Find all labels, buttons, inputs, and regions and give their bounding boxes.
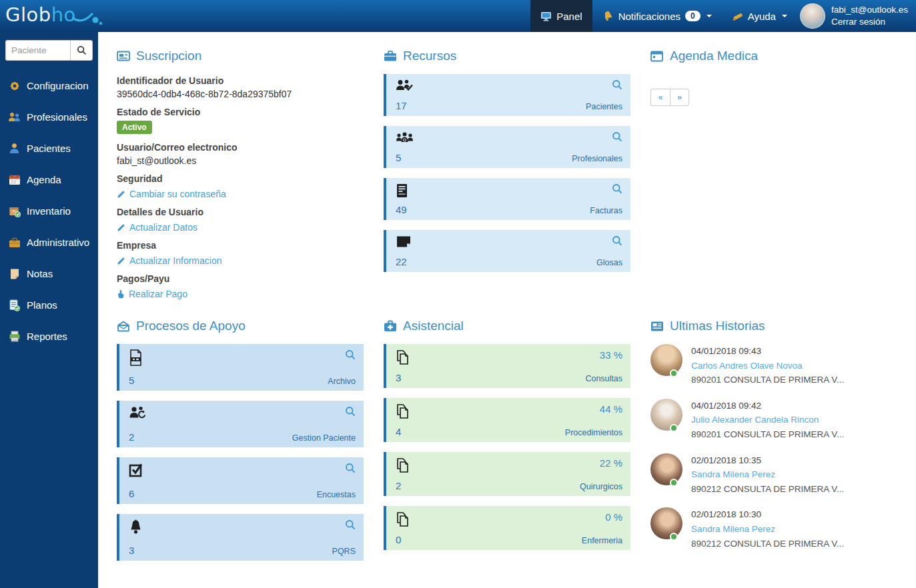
copy-documents-icon <box>396 511 410 527</box>
support-card-archivo[interactable]: 5 Archivo <box>117 344 364 391</box>
change-password-link[interactable]: Cambiar su contraseña <box>117 187 364 201</box>
email-value: fabi_st@outlook.es <box>117 154 364 167</box>
section-title: Procesos de Apoyo <box>136 319 246 333</box>
magnifier-icon[interactable] <box>345 406 356 417</box>
sidebar-item-pacientes[interactable]: Pacientes <box>0 133 98 164</box>
nav-help-label: Ayuda <box>748 11 776 22</box>
search-button[interactable] <box>70 40 93 61</box>
resource-card-glosas[interactable]: 22 Glosas <box>384 230 630 272</box>
card-value: 0 <box>396 534 410 545</box>
person-refresh-icon <box>129 406 147 421</box>
magnifier-icon[interactable] <box>345 349 356 360</box>
envelope-header-icon <box>117 319 130 333</box>
plans-document-icon <box>8 299 21 311</box>
section-agenda-medica: Agenda Medica « » <box>650 49 897 303</box>
patients-check-icon <box>396 79 414 93</box>
gear-icon <box>8 79 21 92</box>
nav-notifications[interactable]: Notificaciones 0 <box>592 0 722 32</box>
section-title: Agenda Medica <box>670 49 758 63</box>
care-card-enfermeria[interactable]: 0 0 % Enfermeria <box>384 506 630 550</box>
magnifier-icon[interactable] <box>612 131 622 142</box>
agenda-next-button[interactable]: » <box>670 89 689 106</box>
make-payment-link[interactable]: Realizar Pago <box>117 287 364 301</box>
main-content: Suscripcion Identificador de Usuario 395… <box>98 32 916 588</box>
support-card-pqrs[interactable]: 3 PQRS <box>117 514 364 561</box>
sidebar-item-administrativo[interactable]: Administrativo <box>0 227 98 258</box>
sidebar-item-profesionales[interactable]: Profesionales <box>0 101 98 133</box>
security-label: Seguridad <box>117 172 364 185</box>
sidebar-item-label: Pacientes <box>27 143 71 154</box>
user-id-value: 39560dc4-0db4-468c-8b72-8da29375bf07 <box>117 87 364 101</box>
sidebar-menu: Configuracion Profesionales Pacientes <box>0 70 98 352</box>
resource-card-pacientes[interactable]: 17 Pacientes <box>384 74 630 116</box>
update-data-link[interactable]: Actualizar Datos <box>117 221 364 234</box>
history-item: 04/01/2018 09:43 Carlos Andres Olave Nov… <box>650 344 897 387</box>
chevron-down-icon <box>782 15 787 17</box>
agenda-prev-button[interactable]: « <box>650 89 670 106</box>
magnifier-icon[interactable] <box>345 519 356 530</box>
care-card-procedimientos[interactable]: 4 44 % Procedimientos <box>384 398 630 442</box>
magnifier-icon[interactable] <box>345 463 356 473</box>
payments-label: Pagos/Payu <box>117 272 364 285</box>
support-card-encuestas[interactable]: 6 Encuestas <box>117 457 364 504</box>
nav-panel[interactable]: Panel <box>530 0 592 32</box>
sidebar-item-label: Agenda <box>27 174 61 185</box>
card-label: Quirurgicos <box>580 482 622 491</box>
pencil-icon <box>117 190 125 199</box>
resource-card-facturas[interactable]: 49 Facturas <box>384 178 630 220</box>
history-code: 890201 CONSULTA DE PRIMERA V... <box>691 427 844 442</box>
sidebar-item-planos[interactable]: Planos <box>0 289 98 321</box>
top-navbar: Globho Panel Notificaciones 0 <box>0 0 916 32</box>
patient-avatar[interactable] <box>650 507 682 539</box>
sidebar-item-inventario[interactable]: Inventario <box>0 195 98 227</box>
section-recursos: Recursos 17 <box>384 49 630 303</box>
card-label: Procedimientos <box>565 428 622 437</box>
care-card-consultas[interactable]: 3 33 % Consultas <box>384 344 630 388</box>
update-info-link[interactable]: Actualizar Informacion <box>117 254 364 267</box>
card-value: 22 <box>396 256 412 267</box>
patient-icon <box>8 142 21 155</box>
history-patient-link[interactable]: Sandra Milena Perez <box>691 522 844 537</box>
copy-documents-icon <box>396 457 410 473</box>
magnifier-icon[interactable] <box>612 79 622 90</box>
hand-pay-icon <box>117 289 125 299</box>
patient-avatar[interactable] <box>650 344 682 376</box>
history-patient-link[interactable]: Julio Alexander Candela Rincon <box>691 413 844 427</box>
resource-card-profesionales[interactable]: 5 Profesionales <box>384 126 630 168</box>
online-status-dot <box>670 424 678 432</box>
nav-panel-label: Panel <box>556 11 582 22</box>
card-value: 2 <box>396 480 410 491</box>
history-patient-link[interactable]: Sandra Milena Perez <box>691 467 844 482</box>
search-input[interactable] <box>5 40 70 61</box>
section-ultimas-historias: Ultimas Historias 04/01/2018 09:43 Carlo… <box>650 319 897 571</box>
globho-logo: Globho <box>5 2 104 27</box>
magnifier-icon[interactable] <box>612 183 622 194</box>
user-avatar[interactable] <box>800 3 825 29</box>
care-card-quirurgicos[interactable]: 2 22 % Quirurgicos <box>384 452 630 496</box>
logout-link[interactable]: Cerrar sesión <box>831 16 908 28</box>
sidebar-item-label: Planos <box>27 299 57 311</box>
notifications-count-badge: 0 <box>685 11 701 21</box>
subscription-card-icon <box>117 49 130 63</box>
card-value: 6 <box>129 488 145 499</box>
medkit-header-icon <box>384 319 397 333</box>
nav-help[interactable]: Ayuda <box>722 0 797 32</box>
magnifier-icon[interactable] <box>612 235 622 246</box>
support-card-gestion-paciente[interactable]: 2 Gestion Paciente <box>117 401 364 447</box>
sidebar-item-reportes[interactable]: Reportes <box>0 321 98 352</box>
history-date: 02/01/2018 10:35 <box>691 453 844 468</box>
history-patient-link[interactable]: Carlos Andres Olave Novoa <box>691 359 844 373</box>
card-label: Facturas <box>590 206 622 215</box>
sidebar-item-label: Profesionales <box>27 111 87 123</box>
card-label: Enfermeria <box>582 536 622 545</box>
patient-avatar[interactable] <box>650 399 682 431</box>
sidebar-item-agenda[interactable]: Agenda <box>0 164 98 195</box>
sidebar-item-configuracion[interactable]: Configuracion <box>0 70 98 101</box>
bell-solid-icon <box>129 519 143 535</box>
sidebar-item-notas[interactable]: Notas <box>0 258 98 289</box>
section-procesos-apoyo: Procesos de Apoyo 5 <box>117 319 364 571</box>
card-label: Gestion Paciente <box>292 433 356 443</box>
history-date: 02/01/2018 10:30 <box>691 507 844 522</box>
patient-avatar[interactable] <box>650 453 682 485</box>
monitor-icon <box>540 11 552 21</box>
